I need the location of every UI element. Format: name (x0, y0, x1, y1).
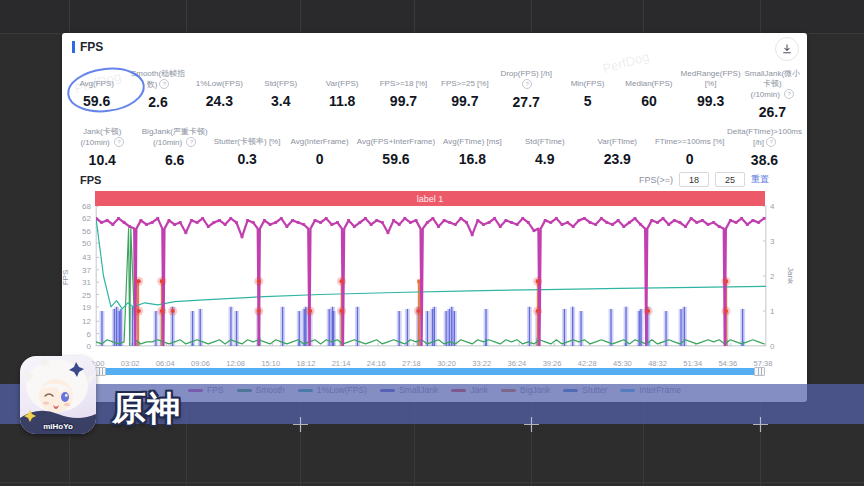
y-left-tick: 68 (71, 202, 91, 211)
stat-label-line: Delta(FTime)>100ms [/h]? (727, 127, 802, 148)
row2-stat-cell: Avg(FTime) [ms]16.8 (436, 127, 508, 168)
stat-label: Jank(卡顿)(/10min) ? (67, 127, 137, 148)
stat-label: Var(FTime) (582, 127, 652, 147)
y-right-tick: 1 (770, 307, 790, 316)
stat-label: Avg(FTime) [ms] (437, 127, 507, 147)
row1-stat-cell: Smooth(稳帧指数)?2.6 (127, 69, 188, 120)
x-axis-tick: 24:16 (361, 359, 391, 368)
stat-label-line: Drop(FPS) [/h]? (497, 69, 556, 90)
stats-row-1: Avg(FPS)59.6Smooth(稳帧指数)?2.61%Low(FPS)24… (66, 69, 803, 120)
chart-scrollbar[interactable] (95, 368, 765, 375)
x-axis-tick: 48:32 (643, 359, 673, 368)
x-axis-tick: 51:34 (678, 359, 708, 368)
crosshair-mark (293, 417, 308, 432)
row1-stat-cell: MedRange(FPS)[%]99.3 (680, 69, 742, 120)
stat-label: Var(FPS) (312, 69, 371, 89)
fps-threshold-input-1[interactable] (679, 172, 709, 187)
stat-value: 2.6 (128, 94, 187, 110)
scrollbar-handle-right[interactable] (754, 367, 765, 376)
stat-label-line: Std(FTime) (510, 137, 580, 147)
y-right-tick: 4 (770, 202, 790, 211)
y-axis-left-title: FPS (61, 270, 70, 286)
x-axis-tick: 06:04 (150, 359, 180, 368)
stat-label-line: Smooth(稳帧指数)? (128, 69, 187, 90)
stat-label-line: (/10min) ? (67, 137, 137, 148)
reset-link[interactable]: 重置 (751, 173, 769, 186)
y-left-tick: 50 (71, 239, 91, 248)
chart-controls: FPS(>=) 重置 (639, 172, 769, 187)
help-icon[interactable]: ? (186, 137, 196, 147)
help-icon[interactable]: ? (784, 89, 794, 99)
stat-label: Drop(FPS) [/h]? (497, 69, 556, 90)
row2-stat-cell: Avg(FPS+InterFrame)59.6 (356, 127, 436, 168)
stat-value: 38.6 (727, 152, 802, 168)
row2-stat-cell: Std(FTime)4.9 (509, 127, 581, 168)
stat-value: 5 (558, 93, 617, 109)
help-icon[interactable]: ? (522, 79, 532, 89)
stat-label-line: MedRange(FPS)[%] (681, 69, 741, 89)
stat-label: Stutter(卡顿率) [%] (212, 127, 282, 147)
stat-value: 59.6 (357, 151, 435, 167)
download-icon (781, 43, 793, 55)
stat-label: Min(FPS) (558, 69, 617, 89)
x-axis-tick: 12:08 (221, 359, 251, 368)
stat-label: BigJank(严重卡顿)(/10min) ? (139, 127, 209, 148)
mihoyo-brand-text: miHoYo (43, 422, 73, 431)
y-axis-right-title: Jank (786, 267, 795, 284)
stat-label-line: Median(FPS) (619, 79, 678, 89)
stat-label-line: Avg(InterFrame) (284, 137, 354, 147)
stat-label: FPS>=25 [%] (435, 69, 494, 89)
stat-label-line: BigJank(严重卡顿) (139, 127, 209, 137)
row1-stat-cell: Avg(FPS)59.6 (66, 69, 127, 120)
chart-label-banner: label 1 (95, 191, 765, 206)
genshin-app-icon: miHoYo (20, 356, 96, 434)
panel-title: FPS (80, 40, 103, 54)
fps-threshold-input-2[interactable] (715, 172, 745, 187)
row2-stat-cell: Jank(卡顿)(/10min) ?10.4 (66, 127, 138, 168)
stat-label: Std(FPS) (251, 69, 310, 89)
desktop-background: FPS PerfDog PerfDog PerfDog PerfDog Perf… (0, 0, 864, 486)
bg-grid-hline (0, 482, 864, 483)
help-icon[interactable]: ? (114, 137, 124, 147)
stat-label-line: Avg(FPS+InterFrame) (357, 137, 435, 147)
x-axis-tick: 54:36 (713, 359, 743, 368)
row1-stat-cell: 1%Low(FPS)24.3 (189, 69, 250, 120)
fps-chart-plot-area[interactable] (95, 206, 767, 347)
x-axis-tick: 15:10 (256, 359, 286, 368)
stat-label-line: FTime>=100ms [%] (655, 137, 725, 147)
stat-value: 99.3 (681, 93, 741, 109)
stat-value: 0 (284, 151, 354, 167)
stat-label-line: FPS>=18 [%] (374, 79, 433, 89)
perfdog-fps-panel: FPS PerfDog PerfDog PerfDog PerfDog Perf… (62, 33, 807, 402)
stat-value: 60 (619, 93, 678, 109)
row1-stat-cell: Drop(FPS) [/h]?27.7 (496, 69, 557, 120)
crosshair-mark (753, 417, 768, 432)
y-left-tick: 37 (71, 266, 91, 275)
x-axis-tick: 09:06 (185, 359, 215, 368)
stats-row-2: Jank(卡顿)(/10min) ?10.4BigJank(严重卡顿)(/10m… (66, 127, 803, 168)
stat-value: 59.6 (67, 93, 126, 109)
stat-value: 0.3 (212, 151, 282, 167)
row1-stat-cell: FPS>=18 [%]99.7 (373, 69, 434, 120)
title-accent-bar (72, 41, 75, 53)
x-axis-tick: 21:14 (326, 359, 356, 368)
export-button[interactable] (775, 37, 799, 61)
x-axis-tick: 39:26 (537, 359, 567, 368)
scrollbar-handle-left[interactable] (95, 367, 106, 376)
stat-value: 99.7 (435, 93, 494, 109)
x-axis-tick: 33:22 (467, 359, 497, 368)
row2-stat-cell: Var(FTime)23.9 (581, 127, 653, 168)
stat-value: 27.7 (497, 94, 556, 110)
x-axis-tick: 27:18 (396, 359, 426, 368)
stat-label-line: Min(FPS) (558, 79, 617, 89)
help-icon[interactable]: ? (766, 137, 776, 147)
y-right-tick: 3 (770, 237, 790, 246)
stat-label-line: SmallJank(微小卡顿) (743, 69, 802, 89)
help-icon[interactable]: ? (159, 79, 169, 89)
y-left-tick: 19 (71, 303, 91, 312)
stat-label: Avg(FPS) (67, 69, 126, 89)
x-axis-tick: 45:30 (607, 359, 637, 368)
y-left-tick: 62 (71, 214, 91, 223)
row1-stat-cell: Std(FPS)3.4 (250, 69, 311, 120)
stat-label: MedRange(FPS)[%] (681, 69, 741, 89)
